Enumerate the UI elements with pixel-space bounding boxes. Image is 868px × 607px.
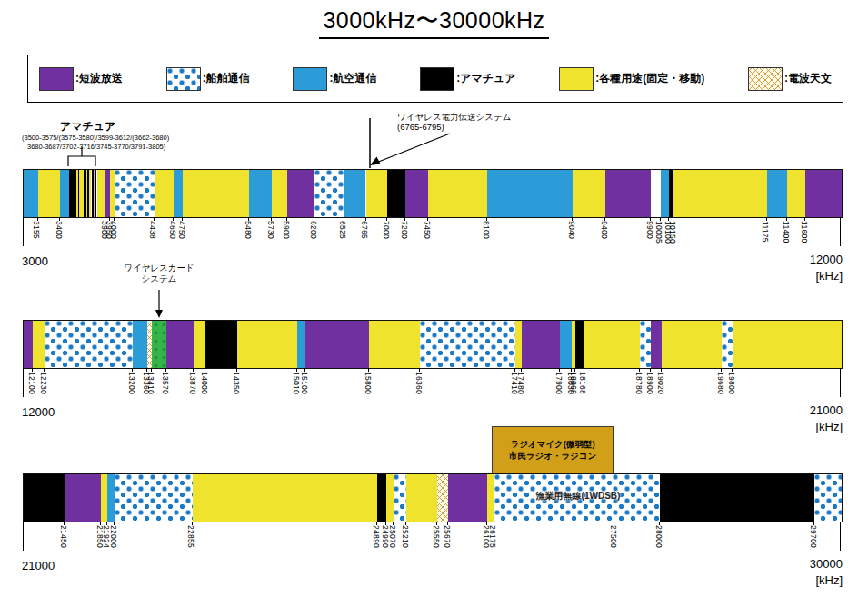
general-use-swatch-icon: [559, 67, 594, 91]
tick-label: 15010: [292, 372, 301, 394]
band-segment-aviation: [344, 170, 366, 217]
band-segment-ship: [314, 170, 344, 217]
tick-label: 29700: [809, 525, 818, 548]
tick-label: 19680: [716, 372, 725, 394]
tick-label: 25210: [401, 525, 410, 548]
tick-label: 19800: [727, 372, 736, 394]
band-segment-aviation: [24, 170, 38, 217]
band-segment-general: [272, 170, 287, 217]
wireless-power-line2: (6765-6795): [397, 122, 512, 132]
tick-labels: 2145021850219242200022855248902499025070…: [0, 521, 868, 575]
tick-label: 27500: [609, 525, 618, 548]
axis-max-label: 21000: [810, 403, 843, 417]
legend-item-astronomy: :電波天文: [748, 67, 832, 91]
band-segment-general: [386, 474, 394, 522]
tick-label: 10005: [654, 221, 663, 244]
axis-end-line: [23, 522, 24, 551]
wireless-power-arrow: [376, 134, 450, 163]
axis-max-label: 12000: [810, 253, 843, 266]
tick-label: 25550: [432, 525, 441, 548]
band-segment-general: [38, 170, 61, 217]
tick-label: 11400: [782, 221, 791, 244]
band-segment-amateur: [205, 321, 237, 368]
tick-label: 4750: [177, 221, 186, 239]
tick-label: 28000: [654, 525, 663, 548]
band-segment-general: [369, 321, 420, 368]
spectrum-bar: [23, 320, 843, 369]
tick-label: 14000: [200, 372, 209, 394]
tick-label: 26175: [488, 525, 497, 548]
tick-label: 5730: [266, 221, 275, 239]
band-segment-general: [97, 170, 105, 217]
wireless-card-line2: システム: [107, 274, 211, 284]
amateur-annotation-detail: (3500-3575/(3575-3580)/3599-3612/(3662-3…: [22, 134, 169, 142]
radio-mic-line1: ラジオマイク(微弱型): [493, 438, 613, 450]
legend-item-general: :各種用途(固定・移動): [559, 67, 704, 91]
wireless-power-annotation: ワイヤレス電力伝送システム (6765-6795): [397, 112, 512, 132]
tick-label: 13200: [127, 372, 136, 394]
legend-label: :アマチュア: [456, 71, 515, 86]
tick-label: 17900: [554, 372, 564, 394]
band-row-21000-30000: 2145021850219242200022855248902499025070…: [0, 473, 868, 601]
legend-item-ship: :船舶通信: [166, 67, 250, 91]
band-segment-aviation: [487, 170, 573, 217]
spectrum-bar: [23, 473, 843, 522]
axis-end-line: [840, 522, 841, 551]
tick-label: 16360: [414, 372, 424, 394]
tick-label: 25070: [388, 525, 397, 548]
tick-label: 11175: [761, 221, 770, 243]
legend-label: :各種用途(固定・移動): [595, 71, 704, 86]
band-segment-aviation: [174, 170, 183, 217]
tick-label: 9400: [600, 221, 609, 239]
legend-box: :短波放送 :船舶通信 :航空通信 :アマチュア :各種用途(固定・移動) :電…: [27, 55, 843, 103]
band-segment-aviation: [297, 321, 305, 368]
amateur-annotation-title: アマチュア: [60, 119, 115, 134]
axis-end-line: [840, 368, 841, 397]
band-segment-astronomy: [437, 474, 448, 522]
band-segment-amateur: [69, 170, 76, 217]
band-segment-general: [584, 321, 640, 368]
band-segment-general: [366, 170, 388, 217]
band-segment-general: [733, 321, 842, 368]
band-segment-broadcast: [448, 474, 487, 522]
tick-label: 18780: [634, 372, 644, 394]
band-segment-general: [787, 170, 805, 217]
band-segment-broadcast: [805, 170, 842, 217]
band-segment-broadcast: [522, 321, 560, 368]
band-segment-white: [651, 170, 661, 217]
wireless-card-annotation: ワイヤレスカード システム: [107, 263, 211, 284]
spectrum-bar: [23, 169, 843, 218]
band-segment-amateur: [575, 321, 584, 368]
legend-label: :短波放送: [75, 71, 123, 86]
tick-label: 3400: [55, 221, 64, 239]
tick-label: 18068: [569, 372, 578, 394]
band-segment-general: [406, 474, 437, 522]
tick-label: 4000: [109, 221, 118, 239]
tick-label: 18900: [645, 372, 654, 394]
wireless-card-arrowhead: [155, 310, 163, 318]
tick-label: 15800: [364, 372, 373, 394]
band-segment-general: [155, 170, 174, 217]
band-segment-aviation: [767, 170, 788, 217]
band-segment-broadcast: [65, 474, 101, 522]
radio-mic-line2: 市民ラジオ・ラジコン: [493, 450, 613, 462]
tick-label: 12100: [27, 372, 36, 394]
tick-label: 10150: [668, 221, 677, 244]
band-segment-broadcast: [166, 321, 194, 368]
band-segment-ship: [722, 321, 733, 368]
band-segment-green: [152, 321, 166, 368]
band-segment-ship: [814, 474, 842, 522]
legend-item-amateur: :アマチュア: [420, 67, 515, 91]
band-segment-broadcast: [305, 321, 369, 368]
tick-label: 17480: [516, 372, 525, 394]
legend-label: :船舶通信: [203, 71, 250, 86]
tick-label: 13570: [161, 372, 170, 394]
axis-unit-label: [kHz]: [815, 573, 843, 587]
axis-unit-label: [kHz]: [815, 269, 843, 283]
radio-mic-annotation-box: ラジオマイク(微弱型) 市民ラジオ・ラジコン: [492, 426, 614, 473]
fishery-radio-label: 漁業用無線(1WDSB): [495, 490, 661, 503]
band-segment-general: [573, 170, 605, 217]
tick-label: 13870: [188, 372, 197, 394]
band-segment-broadcast: [24, 321, 33, 368]
tick-label: 24890: [372, 525, 381, 548]
